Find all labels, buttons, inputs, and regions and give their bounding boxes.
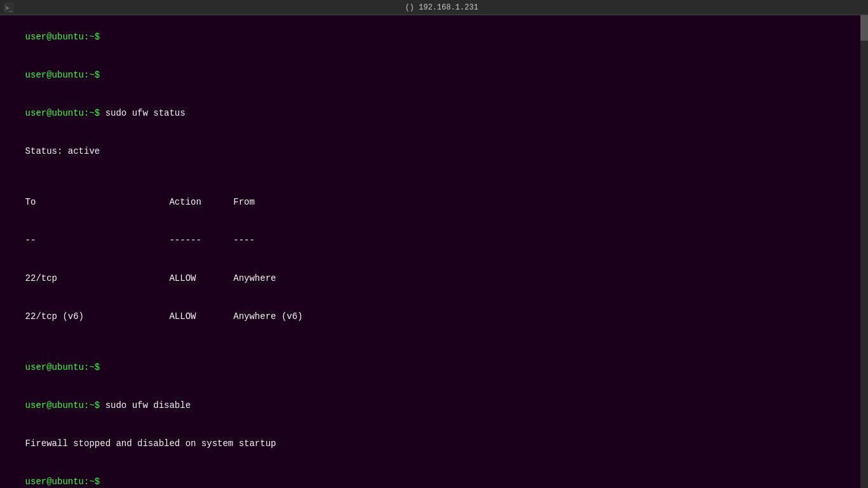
output-text: 22/tcp ALLOW Anywhere [25,273,276,283]
terminal-output: To Action From [4,183,864,221]
prompt: user@ubuntu:~$ [25,400,100,410]
command-text: sudo ufw disable [100,400,191,410]
output-text: -- ------ ---- [25,235,255,245]
terminal-output [4,336,864,348]
output-text: Firewall stopped and disabled on system … [25,438,276,449]
scrollbar-right[interactable] [860,15,868,488]
prompt: user@ubuntu:~$ [25,70,100,80]
terminal-icon: >_ [3,1,15,14]
terminal-output: 22/tcp (v6) ALLOW Anywhere (v6) [4,297,864,336]
window-title: () 192.168.1.231 [15,3,868,12]
terminal-line: user@ubuntu:~$ [4,348,864,386]
prompt: user@ubuntu:~$ [25,32,100,42]
terminal-line: user@ubuntu:~$ sudo ufw disable [4,386,864,424]
prompt: user@ubuntu:~$ [25,108,100,118]
terminal-line: user@ubuntu:~$ sudo ufw status [4,94,864,132]
command-text: sudo ufw status [100,108,185,118]
output-text: Status: active [25,146,100,156]
terminal-output: 22/tcp ALLOW Anywhere [4,259,864,297]
prompt: user@ubuntu:~$ [25,362,100,372]
output-text: To Action From [25,197,255,207]
terminal[interactable]: user@ubuntu:~$ user@ubuntu:~$ user@ubunt… [0,15,868,488]
svg-text:>_: >_ [5,4,13,12]
prompt: user@ubuntu:~$ [25,477,100,487]
terminal-line: user@ubuntu:~$ [4,18,864,56]
terminal-line: user@ubuntu:~$ [4,56,864,94]
titlebar: >_ () 192.168.1.231 [0,0,868,15]
terminal-output: Firewall stopped and disabled on system … [4,424,864,463]
scrollbar-thumb[interactable] [860,15,868,41]
terminal-output: -- ------ ---- [4,221,864,259]
output-text: 22/tcp (v6) ALLOW Anywhere (v6) [25,311,303,322]
terminal-line: user@ubuntu:~$ [4,463,864,488]
terminal-output [4,170,864,183]
terminal-output: Status: active [4,132,864,170]
